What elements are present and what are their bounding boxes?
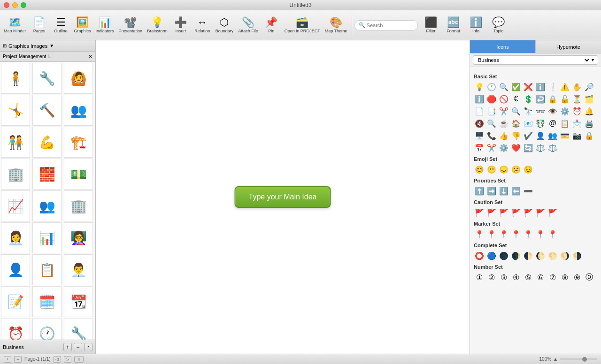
icon-item[interactable]: 📩 <box>571 118 583 129</box>
sidebar-image-item[interactable]: 📊 <box>32 222 62 253</box>
icon-item[interactable]: 🔎 <box>584 81 595 92</box>
category-dropdown[interactable]: BusinessNatureTechnologyPeopleTravel <box>476 57 591 63</box>
icon-item[interactable]: ➖ <box>523 185 534 197</box>
icon-item[interactable]: 🔒 <box>547 93 558 105</box>
icon-item[interactable]: ✂️ <box>486 142 497 153</box>
icon-item[interactable]: 🖨️ <box>584 118 595 129</box>
sidebar-close-icon[interactable]: ✕ <box>88 53 92 60</box>
toolbar-item-pages[interactable]: 📄Pages <box>29 12 50 38</box>
icon-item[interactable]: ❕ <box>547 81 558 92</box>
sidebar-image-item[interactable]: 🤸 <box>1 95 30 126</box>
icon-item[interactable]: ⬅️ <box>510 185 522 197</box>
icon-item[interactable]: 🗂️ <box>584 93 595 105</box>
sidebar-image-item[interactable]: 💵 <box>64 159 93 190</box>
icon-item[interactable]: 📷 <box>571 130 583 141</box>
tab-icons[interactable]: Icons <box>470 40 536 53</box>
icon-item[interactable]: 💡 <box>474 81 485 92</box>
canvas[interactable]: Type your Main Idea <box>96 40 470 354</box>
icon-item[interactable]: € <box>510 93 522 105</box>
sidebar-image-item[interactable]: 🔨 <box>32 95 62 126</box>
icon-item[interactable]: ℹ️ <box>474 93 485 105</box>
icon-item[interactable]: ⬆️ <box>474 185 485 197</box>
icon-item[interactable]: 🔍 <box>498 81 509 92</box>
icon-item[interactable]: 🔄 <box>523 142 534 153</box>
icon-item[interactable]: ❌ <box>523 81 534 92</box>
icon-item[interactable]: 🏠 <box>510 118 522 129</box>
icon-item[interactable]: 😊 <box>474 164 485 175</box>
icon-item[interactable]: 🚩 <box>523 207 534 218</box>
toolbar-item-relation[interactable]: ↔️Relation <box>192 12 213 38</box>
icon-item[interactable]: 👁️ <box>547 106 558 117</box>
icon-item[interactable]: ⚙️ <box>498 142 509 153</box>
icon-item[interactable]: ⑨ <box>571 272 583 283</box>
sidebar-image-item[interactable]: 📋 <box>32 254 62 285</box>
zoom-slider[interactable] <box>560 358 597 360</box>
icon-item[interactable]: 📋 <box>559 118 570 129</box>
icon-item[interactable]: 🔒 <box>584 130 595 141</box>
icon-item[interactable]: ↩️ <box>535 93 546 105</box>
icon-item[interactable]: 🚩 <box>486 207 497 218</box>
icon-item[interactable]: ⑥ <box>535 272 546 283</box>
icon-item[interactable]: @ <box>547 118 558 129</box>
icon-item[interactable]: ③ <box>498 272 509 283</box>
toolbar-item-map-theme[interactable]: 🎨Map Theme <box>323 12 349 38</box>
icon-item[interactable]: 🛑 <box>486 93 497 105</box>
toolbar-item-open-in-project[interactable]: 🗃️Open in PROJECT <box>283 12 322 38</box>
sidebar-image-item[interactable]: 🏗️ <box>64 127 93 158</box>
icon-item[interactable]: 🌖 <box>559 250 570 261</box>
add-page-button[interactable]: − <box>14 356 22 363</box>
icon-item[interactable]: ⭕ <box>474 250 485 261</box>
toolbar-item-indicators[interactable]: 📊Indicators <box>94 12 116 38</box>
icon-item[interactable]: 🚩 <box>535 207 546 218</box>
pause-button[interactable]: ⏸ <box>74 356 84 363</box>
icon-item[interactable]: ⏳ <box>571 93 583 105</box>
icon-item[interactable]: ⚙️ <box>559 106 570 117</box>
icon-item[interactable]: 📍 <box>523 228 534 240</box>
zoom-up-icon[interactable]: ▲ <box>553 356 558 362</box>
icon-item[interactable]: 🌒 <box>510 250 522 261</box>
icon-item[interactable]: 😣 <box>523 164 534 175</box>
icon-item[interactable]: 🚩 <box>547 207 558 218</box>
sidebar-image-item[interactable]: 📆 <box>64 286 93 317</box>
icon-item[interactable]: 🌕 <box>547 250 558 261</box>
sidebar-image-item[interactable]: 🏢 <box>1 159 30 190</box>
sidebar-image-item[interactable]: 👩‍🏫 <box>64 222 93 253</box>
icon-item[interactable]: 📍 <box>510 228 522 240</box>
close-button[interactable] <box>4 2 9 8</box>
sidebar-image-item[interactable]: 🏢 <box>64 190 93 221</box>
icon-item[interactable]: ✂️ <box>498 106 509 117</box>
icon-item[interactable]: ➡️ <box>486 185 497 197</box>
toolbar-item-boundary[interactable]: ⬡Boundary <box>214 12 236 38</box>
icon-item[interactable]: 🌑 <box>498 250 509 261</box>
icon-item[interactable]: 👎 <box>510 130 522 141</box>
icon-item[interactable]: 🌗 <box>571 250 583 261</box>
page-forward-button[interactable]: ▷ <box>64 356 71 363</box>
sidebar-chevron-icon[interactable]: ▼ <box>49 43 54 48</box>
icon-item[interactable]: 🔍 <box>510 106 522 117</box>
main-idea-node[interactable]: Type your Main Idea <box>235 186 331 208</box>
icon-item[interactable]: 🔔 <box>584 106 595 117</box>
icon-item[interactable]: 🚩 <box>510 207 522 218</box>
sidebar-image-item[interactable]: ⏰ <box>1 318 30 340</box>
icon-item[interactable]: 📧 <box>523 118 534 129</box>
icon-item[interactable]: ✋ <box>571 81 583 92</box>
sidebar-image-item[interactable]: 📈 <box>1 190 30 221</box>
icon-item[interactable]: ⓪ <box>584 272 595 283</box>
icon-item[interactable]: 🚩 <box>498 207 509 218</box>
toolbar-item-insert[interactable]: ➕Insert <box>170 12 191 38</box>
icon-item[interactable]: 😐 <box>486 164 497 175</box>
icon-item[interactable]: 🚫 <box>498 93 509 105</box>
icon-item[interactable]: 📍 <box>547 228 558 240</box>
toolbar-item-brainstorm[interactable]: 💡Brainstorm <box>145 12 170 38</box>
maximize-button[interactable] <box>21 2 26 8</box>
icon-item[interactable]: 🔵 <box>486 250 497 261</box>
toolbar-right-info[interactable]: ℹ️Info <box>466 12 486 38</box>
icon-item[interactable]: ① <box>474 272 485 283</box>
icon-item[interactable]: ❤️ <box>510 142 522 153</box>
toolbar-item-map-minder[interactable]: 🗺️Map Minder <box>2 12 28 38</box>
icon-item[interactable]: ② <box>486 272 497 283</box>
icon-item[interactable]: ℹ️ <box>535 81 546 92</box>
icon-item[interactable]: ⑧ <box>559 272 570 283</box>
sidebar-image-item[interactable]: 🙆 <box>64 63 93 94</box>
icon-item[interactable]: 📍 <box>486 228 497 240</box>
